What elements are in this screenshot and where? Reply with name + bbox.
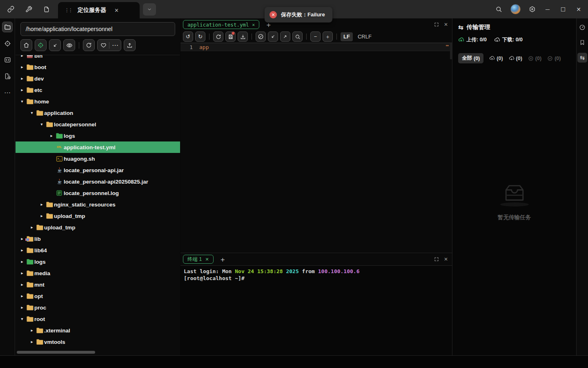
search-icon[interactable] <box>495 6 502 13</box>
recent-files-rail-button[interactable] <box>2 71 13 81</box>
tree-item[interactable]: ▸upload_tmp <box>16 210 180 222</box>
editor-content[interactable]: 1 app <box>180 43 452 253</box>
tree-item[interactable]: ▸vmtools <box>16 336 180 348</box>
font-smaller-button[interactable]: − <box>310 31 321 42</box>
chevron-right-icon[interactable]: ▸ <box>19 248 25 252</box>
chevron-right-icon[interactable]: ▸ <box>19 76 25 81</box>
tree-item[interactable]: ▸upload_tmp <box>16 222 180 233</box>
terminal-close-icon[interactable]: ✕ <box>444 256 448 262</box>
chevron-right-icon[interactable]: ▸ <box>19 237 25 241</box>
tree-horizontal-scrollbar[interactable] <box>17 351 95 354</box>
redo-button[interactable]: ↻ <box>195 31 205 42</box>
code-snippets-rail-button[interactable] <box>2 54 13 65</box>
notes-icon[interactable] <box>42 5 51 13</box>
expand-button[interactable] <box>280 31 290 42</box>
tree-item[interactable]: XMLapplication-test.yml <box>16 141 180 153</box>
eol-lf-button[interactable]: LF <box>341 32 353 41</box>
collapse-button[interactable] <box>268 31 278 42</box>
minimize-button[interactable]: ─ <box>544 6 551 13</box>
tree-item[interactable]: ▸bin <box>16 55 180 61</box>
filter-chip-pause[interactable]: (0) <box>528 56 541 61</box>
tree-item[interactable]: ▸dev <box>16 73 180 84</box>
more-rail-button[interactable]: ⋯ <box>2 87 13 98</box>
monitor-rail-button[interactable] <box>577 22 587 32</box>
close-button[interactable]: ✕ <box>575 6 582 13</box>
tree-item[interactable]: ▸mnt <box>16 279 180 290</box>
terminal-expand-icon[interactable] <box>434 257 439 262</box>
editor-close-icon[interactable]: ✕ <box>444 22 448 27</box>
tree-item[interactable]: ▸lib64 <box>16 245 180 256</box>
find-button[interactable] <box>292 31 303 42</box>
chevron-right-icon[interactable]: ▸ <box>19 294 25 298</box>
tree-item[interactable]: ▸etc <box>16 84 180 96</box>
chevron-down-icon[interactable]: ▾ <box>38 122 45 126</box>
tree-item[interactable]: ▸boot <box>16 61 180 73</box>
tree-item[interactable]: ▾home <box>16 96 180 107</box>
chevron-right-icon[interactable]: ▸ <box>29 328 35 332</box>
session-tab[interactable]: ⋮⋮ 定位服务器 ✕ <box>58 2 140 18</box>
maximize-button[interactable]: ☐ <box>559 6 567 13</box>
chevron-down-icon[interactable]: ▾ <box>29 111 35 115</box>
filter-chip-check[interactable]: (0) <box>547 56 561 61</box>
filter-chip-cloud-up[interactable]: (0) <box>489 56 503 61</box>
editor-expand-icon[interactable] <box>434 22 439 27</box>
path-input[interactable]: /home/application/locatepersonnel <box>20 22 175 36</box>
filter-chip-all[interactable]: 全部 (0) <box>458 53 483 63</box>
link-icon[interactable] <box>7 5 15 13</box>
chevron-right-icon[interactable]: ▸ <box>19 283 25 287</box>
terminal-tab-close-icon[interactable]: ✕ <box>205 257 209 262</box>
tree-item[interactable]: ▾locatepersonnel <box>16 119 180 130</box>
transfer-rail-button[interactable]: ⇆ <box>577 53 587 63</box>
tree-item[interactable]: ▸opt <box>16 290 180 302</box>
save-button[interactable]: ✱ <box>225 31 236 42</box>
session-tab-close-icon[interactable]: ✕ <box>114 7 119 13</box>
filter-chip-cloud-down[interactable]: (0) <box>509 56 522 61</box>
minimap[interactable] <box>445 43 452 253</box>
files-rail-button[interactable] <box>2 22 13 32</box>
chevron-right-icon[interactable]: ▸ <box>19 65 25 69</box>
tree-item[interactable]: ▸proc <box>16 302 180 313</box>
tree-item[interactable]: ▸media <box>16 267 180 279</box>
chevron-right-icon[interactable]: ▸ <box>19 271 25 275</box>
edit-mode-button[interactable] <box>256 31 266 42</box>
editor-tab[interactable]: application-test.yml ✕ <box>183 20 259 29</box>
tree-item[interactable]: locate_personal-api.jar <box>16 164 180 176</box>
chevron-down-icon[interactable]: ▾ <box>19 317 25 321</box>
jump-button[interactable] <box>49 39 61 51</box>
terminal-tab[interactable]: 终端 1 ✕ <box>183 255 214 264</box>
chevron-right-icon[interactable]: ▸ <box>19 88 25 92</box>
download-file-button[interactable] <box>238 31 248 42</box>
locate-current-button[interactable] <box>35 39 47 51</box>
undo-button[interactable]: ↺ <box>183 31 193 42</box>
tree-item[interactable]: ▾root <box>16 313 180 325</box>
locate-rail-button[interactable] <box>2 38 13 49</box>
tab-list-dropdown[interactable] <box>143 3 156 16</box>
show-hidden-button[interactable] <box>63 39 75 51</box>
font-larger-button[interactable]: ＋ <box>323 31 333 42</box>
tree-item[interactable]: >_huagong.sh <box>16 153 180 164</box>
chevron-right-icon[interactable]: ▸ <box>29 340 35 344</box>
chevron-right-icon[interactable]: ▸ <box>48 134 55 138</box>
bookmark-rail-button[interactable] <box>577 38 587 47</box>
eol-crlf-button[interactable]: CRLF <box>355 32 374 41</box>
editor-tab-close-icon[interactable]: ✕ <box>252 22 255 27</box>
chevron-right-icon[interactable]: ▸ <box>38 214 45 218</box>
chevron-right-icon[interactable]: ▸ <box>19 55 25 58</box>
more-actions-button[interactable]: ⋯ <box>109 40 121 51</box>
avatar[interactable] <box>510 4 521 14</box>
tree-item[interactable]: ▸nginx_static_resources <box>16 199 180 210</box>
tree-item[interactable]: locate_personnel.log <box>16 187 180 199</box>
chevron-right-icon[interactable]: ▸ <box>19 305 25 310</box>
new-terminal-tab-button[interactable]: ＋ <box>219 255 226 264</box>
chevron-down-icon[interactable]: ▾ <box>19 99 25 103</box>
tree-item[interactable]: ▸logs <box>16 256 180 267</box>
chevron-right-icon[interactable]: ▸ <box>19 260 25 264</box>
tree-item[interactable]: ▸logs <box>16 130 180 141</box>
tree-item[interactable]: locate_personal-api20250825.jar <box>16 176 180 187</box>
favorite-button[interactable] <box>98 40 109 51</box>
tree-item[interactable]: ▸.xterminal <box>16 325 180 336</box>
tree-item[interactable]: ▾application <box>16 107 180 119</box>
reload-file-button[interactable] <box>213 31 223 42</box>
tree-item[interactable]: ▸lib <box>16 233 180 245</box>
refresh-button[interactable] <box>83 39 95 51</box>
